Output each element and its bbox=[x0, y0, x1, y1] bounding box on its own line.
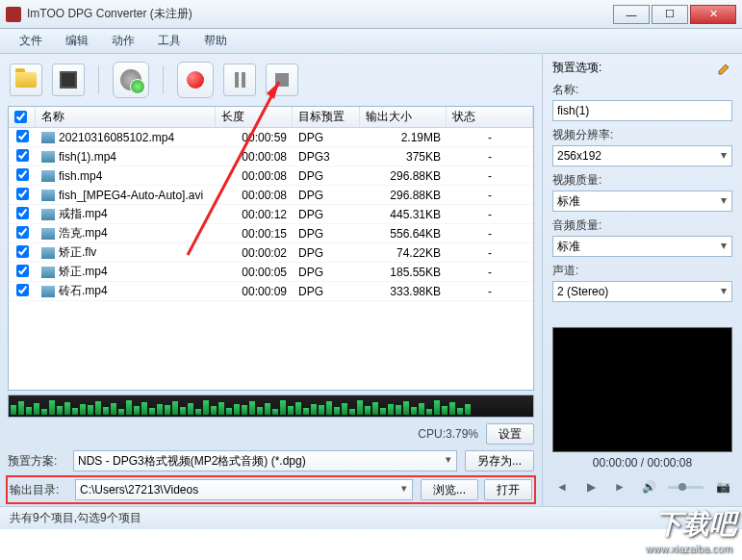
stop-button[interactable] bbox=[266, 64, 298, 96]
row-checkbox[interactable] bbox=[16, 149, 29, 162]
video-file-icon bbox=[41, 267, 55, 278]
video-file-icon bbox=[41, 286, 55, 297]
col-duration[interactable]: 长度 bbox=[216, 107, 293, 127]
file-duration: 00:00:59 bbox=[216, 131, 293, 144]
name-input[interactable] bbox=[552, 100, 732, 121]
add-file-button[interactable] bbox=[10, 64, 42, 96]
channel-select[interactable] bbox=[552, 281, 732, 302]
next-frame-button[interactable]: ► bbox=[610, 477, 629, 496]
table-row[interactable]: fish_[MPEG4-Auto-Auto].avi00:00:08DPG296… bbox=[9, 186, 533, 205]
preset-select[interactable] bbox=[73, 450, 457, 471]
cpu-usage: CPU:3.79% bbox=[418, 427, 478, 441]
row-checkbox[interactable] bbox=[16, 284, 29, 296]
file-preset: DPG bbox=[293, 189, 360, 202]
table-row[interactable]: 砖石.mp400:00:09DPG333.98KB- bbox=[9, 282, 533, 301]
menu-edit[interactable]: 编辑 bbox=[54, 29, 100, 53]
prev-frame-button[interactable]: ◄ bbox=[552, 477, 572, 496]
select-all-checkbox[interactable] bbox=[14, 111, 27, 123]
add-video-button[interactable] bbox=[52, 64, 85, 96]
file-size: 333.98KB bbox=[360, 285, 447, 298]
file-status: - bbox=[447, 189, 533, 202]
row-checkbox[interactable] bbox=[16, 207, 29, 219]
video-file-icon bbox=[41, 170, 55, 182]
snapshot-button[interactable]: 📷 bbox=[713, 477, 732, 496]
file-table: 名称 长度 目标预置 输出大小 状态 20210316085102.mp400:… bbox=[8, 106, 534, 391]
file-size: 556.64KB bbox=[360, 227, 447, 241]
menu-file[interactable]: 文件 bbox=[8, 29, 54, 53]
name-label: 名称: bbox=[552, 82, 732, 98]
preview-time: 00:00:00 / 00:00:08 bbox=[552, 456, 732, 470]
col-size[interactable]: 输出大小 bbox=[360, 107, 447, 127]
open-button[interactable]: 打开 bbox=[484, 479, 532, 500]
file-preset: DPG bbox=[293, 266, 360, 279]
table-row[interactable]: 浩克.mp400:00:15DPG556.64KB- bbox=[9, 224, 533, 243]
menu-action[interactable]: 动作 bbox=[100, 29, 146, 53]
audio-quality-select[interactable] bbox=[552, 236, 732, 257]
output-dir-input[interactable] bbox=[75, 479, 413, 500]
browse-button[interactable]: 浏览... bbox=[421, 479, 478, 500]
maximize-button[interactable]: ☐ bbox=[652, 5, 688, 24]
volume-icon[interactable]: 🔊 bbox=[639, 477, 658, 496]
row-checkbox[interactable] bbox=[16, 130, 29, 142]
file-preset: DPG bbox=[293, 208, 360, 221]
file-name: fish_[MPEG4-Auto-Auto].avi bbox=[59, 189, 203, 202]
file-status: - bbox=[447, 150, 533, 164]
file-name: 砖石.mp4 bbox=[59, 284, 108, 297]
table-row[interactable]: 矫正.mp400:00:05DPG185.55KB- bbox=[9, 263, 533, 282]
menu-tool[interactable]: 工具 bbox=[146, 29, 192, 53]
file-size: 2.19MB bbox=[360, 131, 447, 144]
file-status: - bbox=[447, 266, 533, 279]
row-checkbox[interactable] bbox=[16, 226, 29, 239]
row-checkbox[interactable] bbox=[16, 188, 29, 200]
audio-quality-label: 音频质量: bbox=[552, 217, 732, 234]
resize-grip[interactable]: ◢ bbox=[726, 512, 732, 525]
file-size: 296.88KB bbox=[360, 169, 447, 183]
file-duration: 00:00:15 bbox=[216, 227, 293, 241]
record-icon bbox=[187, 71, 204, 89]
file-status: - bbox=[447, 285, 533, 298]
file-duration: 00:00:02 bbox=[216, 246, 293, 260]
file-status: - bbox=[447, 169, 533, 183]
video-file-icon bbox=[41, 151, 55, 163]
col-name[interactable]: 名称 bbox=[36, 107, 216, 127]
file-status: - bbox=[447, 208, 533, 221]
statusbar: 共有9个项目,勾选9个项目 ◢ bbox=[0, 506, 742, 529]
menu-help[interactable]: 帮助 bbox=[192, 29, 239, 53]
col-preset[interactable]: 目标预置 bbox=[293, 107, 360, 127]
minimize-button[interactable]: — bbox=[613, 5, 650, 24]
file-duration: 00:00:09 bbox=[216, 285, 293, 298]
file-status: - bbox=[447, 227, 533, 241]
file-preset: DPG3 bbox=[293, 150, 360, 164]
close-button[interactable]: ✕ bbox=[690, 5, 736, 24]
output-dir-label: 输出目录: bbox=[10, 482, 67, 498]
table-row[interactable]: 矫正.flv00:00:02DPG74.22KB- bbox=[9, 243, 533, 263]
table-row[interactable]: 20210316085102.mp400:00:59DPG2.19MB- bbox=[9, 128, 533, 147]
pause-button[interactable] bbox=[223, 64, 256, 96]
save-as-button[interactable]: 另存为... bbox=[465, 450, 534, 471]
table-row[interactable]: fish(1).mp400:00:08DPG3375KB- bbox=[9, 147, 533, 166]
col-status[interactable]: 状态 bbox=[447, 107, 533, 127]
table-row[interactable]: 戒指.mp400:00:12DPG445.31KB- bbox=[9, 205, 533, 224]
row-checkbox[interactable] bbox=[16, 265, 29, 277]
volume-slider[interactable] bbox=[668, 486, 704, 489]
window-title: ImTOO DPG Converter (未注册) bbox=[27, 6, 611, 22]
video-file-icon bbox=[41, 132, 55, 143]
preview-screen bbox=[552, 327, 732, 452]
file-duration: 00:00:05 bbox=[216, 266, 293, 279]
file-preset: DPG bbox=[293, 285, 360, 298]
settings-button[interactable] bbox=[113, 62, 149, 98]
resolution-select[interactable] bbox=[552, 145, 732, 166]
edit-preset-button[interactable] bbox=[717, 61, 732, 76]
file-preset: DPG bbox=[293, 169, 360, 183]
row-checkbox[interactable] bbox=[16, 168, 29, 181]
row-checkbox[interactable] bbox=[16, 245, 29, 258]
cpu-settings-button[interactable]: 设置 bbox=[486, 423, 534, 445]
file-preset: DPG bbox=[293, 246, 360, 260]
record-button[interactable] bbox=[177, 62, 214, 98]
video-file-icon bbox=[41, 190, 55, 201]
play-button[interactable]: ▶ bbox=[581, 477, 601, 496]
watermark-url: www.xiazaiba.com bbox=[646, 543, 732, 554]
toolbar-divider bbox=[163, 65, 164, 94]
video-quality-select[interactable] bbox=[552, 191, 732, 212]
table-row[interactable]: fish.mp400:00:08DPG296.88KB- bbox=[9, 166, 533, 186]
